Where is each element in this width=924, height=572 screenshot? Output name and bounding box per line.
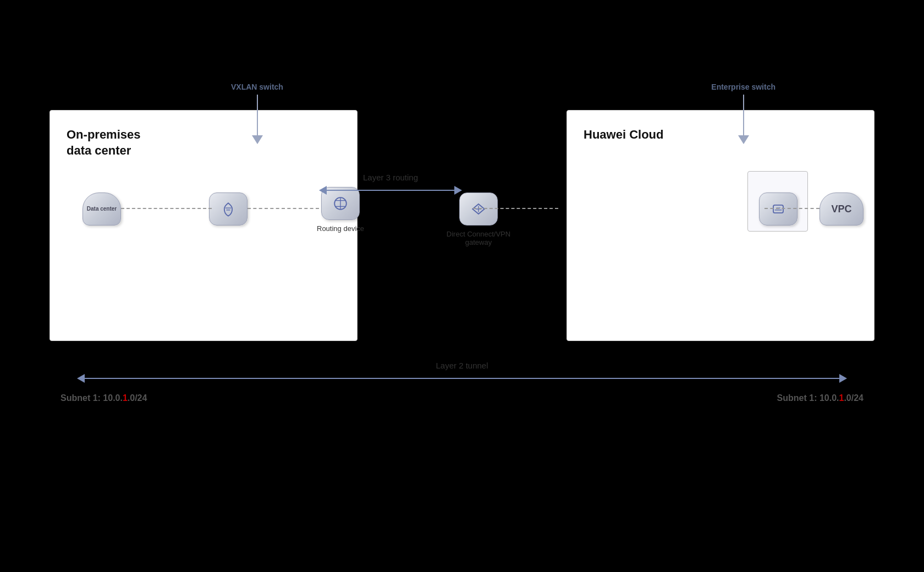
vpc-device: VPC (820, 193, 864, 226)
dashed-line-3 (473, 208, 558, 209)
layer2-tunnel-label: Layer 2 tunnel (77, 361, 847, 370)
layer2-tunnel-arrow: Layer 2 tunnel (77, 374, 847, 383)
subnet-left-red: 1 (123, 393, 128, 403)
right-box-title: Huawei Cloud (584, 127, 663, 143)
dashed-line-2 (248, 208, 319, 209)
layer2-arrow-line (85, 378, 839, 379)
routing-device-svg (331, 194, 350, 213)
enterprise-switch-icon (759, 193, 798, 226)
enterprise-switch-device (759, 193, 798, 226)
direct-connect-svg (469, 199, 488, 219)
subnet-right-label: Subnet 1: 10.0.1.0/24 (777, 393, 864, 403)
vxlan-switch-icon (209, 193, 248, 226)
direct-connect-label: Direct Connect/VPN gateway (435, 230, 522, 246)
data-center-device: Data center (82, 193, 121, 226)
layer3-routing-label: Layer 3 routing (319, 173, 462, 182)
subnet-right-red: 1 (839, 393, 844, 403)
layer2-arrow-left-head (77, 374, 85, 383)
dashed-line-1 (121, 208, 212, 209)
vxlan-switch-device (209, 193, 248, 226)
direct-connect-device: Direct Connect/VPN gateway (435, 193, 522, 246)
layer3-arrow-right-head (454, 186, 462, 195)
vpc-icon-text: VPC (831, 204, 851, 215)
layer2-arrow-right-head (839, 374, 847, 383)
subnet-left-label: Subnet 1: 10.0.1.0/24 (61, 393, 147, 403)
routing-device-label: Routing device (317, 224, 364, 233)
enterprise-arrow-line (743, 95, 744, 135)
diagram-container: On-premisesdata center Huawei Cloud VXLA… (50, 66, 875, 506)
direct-connect-icon (459, 193, 498, 226)
vxlan-switch-label: VXLAN switch (231, 82, 283, 91)
vxlan-switch-svg (218, 199, 238, 219)
layer3-routing-arrow: Layer 3 routing (319, 186, 462, 195)
vpc-icon: VPC (820, 193, 864, 226)
vxlan-arrow-head (252, 135, 263, 144)
left-box: On-premisesdata center (50, 110, 358, 341)
enterprise-down-arrow (738, 95, 749, 144)
enterprise-arrow-head (738, 135, 749, 144)
enterprise-switch-label: Enterprise switch (711, 82, 776, 91)
right-box: Huawei Cloud (566, 110, 875, 341)
data-center-icon: Data center (82, 193, 121, 226)
vxlan-arrow-line (257, 95, 258, 135)
enterprise-switch-svg (768, 199, 788, 219)
svg-rect-8 (773, 205, 783, 213)
layer3-arrow-line (327, 190, 454, 191)
left-box-title: On-premisesdata center (67, 127, 141, 158)
layer3-arrow-left-head (319, 186, 327, 195)
vxlan-down-arrow (252, 95, 263, 144)
dashed-line-4 (765, 208, 820, 209)
data-center-icon-text: Data center (87, 206, 117, 212)
